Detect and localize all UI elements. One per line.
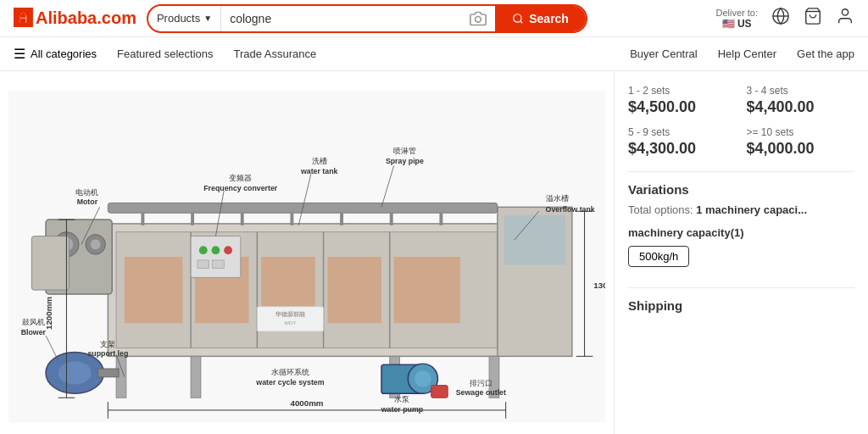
price-amount-0: $4,500.00: [628, 98, 737, 116]
user-icon[interactable]: [836, 7, 854, 30]
all-categories-menu[interactable]: ☰ All categories: [14, 46, 97, 62]
svg-point-0: [476, 16, 481, 22]
nav-item-featured[interactable]: Featured selections: [117, 47, 213, 60]
logo-text: Alibaba.com: [36, 8, 136, 28]
svg-rect-49: [241, 213, 244, 225]
svg-rect-53: [439, 213, 442, 225]
camera-icon[interactable]: [461, 10, 495, 27]
search-button[interactable]: Search: [495, 6, 586, 31]
flag-icon: 🇺🇸: [722, 18, 735, 30]
svg-text:Spray pipe: Spray pipe: [386, 157, 424, 165]
price-range-2: 5 - 9 sets: [628, 126, 737, 138]
svg-point-6: [842, 9, 848, 15]
nav-right: Buyer Central Help Center Get the app: [630, 47, 854, 60]
svg-rect-41: [98, 369, 119, 377]
header-right: Deliver to: 🇺🇸 US: [715, 7, 854, 30]
svg-text:排污口: 排污口: [470, 379, 492, 387]
svg-rect-24: [191, 236, 241, 278]
deliver-country: 🇺🇸 US: [722, 18, 752, 30]
capacity-label: machinery capacity(1): [628, 226, 854, 239]
right-panel: 1 - 2 sets $4,500.00 3 - 4 sets $4,400.0…: [614, 71, 868, 434]
svg-rect-18: [394, 257, 460, 323]
svg-rect-54: [31, 236, 69, 291]
navbar: ☰ All categories Featured selections Tra…: [0, 37, 868, 71]
svg-text:Frequency converter: Frequency converter: [203, 184, 278, 192]
nav-item-buyer-central[interactable]: Buyer Central: [630, 47, 697, 60]
capacity-option[interactable]: 500kg/h: [628, 246, 689, 267]
divider-2: [628, 287, 854, 288]
search-input[interactable]: [221, 6, 461, 31]
svg-rect-36: [191, 356, 201, 398]
svg-text:Motor: Motor: [77, 198, 98, 206]
country-code: US: [737, 18, 752, 30]
total-options: Total options: 1 machinery capaci...: [628, 203, 854, 216]
search-category-label: Products: [157, 12, 200, 25]
deliver-to: Deliver to: 🇺🇸 US: [715, 8, 758, 30]
svg-rect-29: [213, 260, 225, 269]
nav-item-help[interactable]: Help Center: [718, 47, 776, 60]
product-image-area: 华德源前能 WDY: [0, 71, 614, 434]
svg-text:鼓风机: 鼓风机: [22, 318, 45, 326]
main-content: 华德源前能 WDY: [0, 71, 868, 434]
price-range-0: 1 - 2 sets: [628, 85, 737, 97]
svg-text:水泵: 水泵: [394, 395, 409, 403]
chevron-down-icon: ▼: [203, 14, 212, 23]
svg-text:变频器: 变频器: [229, 174, 252, 182]
svg-rect-30: [257, 307, 323, 331]
nav-left: ☰ All categories Featured selections Tra…: [14, 46, 316, 62]
svg-rect-14: [125, 257, 182, 323]
svg-text:喷淋管: 喷淋管: [393, 147, 416, 155]
search-bar: Products ▼ Search: [147, 4, 587, 33]
price-amount-3: $4,000.00: [747, 140, 855, 158]
price-cell-0: 1 - 2 sets $4,500.00: [628, 85, 737, 116]
svg-rect-28: [198, 260, 209, 269]
svg-rect-48: [191, 213, 194, 225]
svg-point-26: [212, 246, 220, 254]
svg-text:Sewage outlet: Sewage outlet: [456, 388, 506, 397]
price-range-3: >= 10 sets: [747, 126, 855, 138]
cart-icon[interactable]: [804, 7, 822, 30]
globe-icon[interactable]: [771, 7, 790, 30]
price-cell-1: 3 - 4 sets $4,400.00: [747, 85, 855, 116]
price-cell-2: 5 - 9 sets $4,300.00: [628, 126, 737, 158]
svg-text:水循环系统: 水循环系统: [271, 368, 309, 376]
svg-point-44: [415, 370, 431, 387]
svg-point-27: [224, 246, 232, 254]
svg-text:Overflow tank: Overflow tank: [546, 205, 595, 214]
total-options-prefix: Total options:: [628, 203, 696, 216]
svg-text:洗槽: 洗槽: [312, 157, 327, 165]
shipping-title: Shipping: [628, 298, 854, 313]
svg-text:支架: 支架: [100, 340, 115, 348]
pricing-grid: 1 - 2 sets $4,500.00 3 - 4 sets $4,400.0…: [628, 85, 854, 158]
svg-text:water tank: water tank: [300, 167, 338, 175]
header: 🅰 Alibaba.com Products ▼ Search Deliver …: [0, 0, 868, 37]
svg-rect-45: [431, 386, 448, 398]
product-diagram: 华德源前能 WDY: [8, 80, 605, 434]
svg-rect-52: [390, 213, 393, 225]
svg-line-2: [520, 20, 523, 23]
svg-point-40: [58, 361, 92, 384]
logo[interactable]: 🅰 Alibaba.com: [14, 8, 136, 30]
svg-text:电动机: 电动机: [75, 188, 98, 197]
svg-text:support leg: support leg: [87, 349, 128, 358]
variations-title: Variations: [628, 182, 854, 197]
hamburger-icon: ☰: [14, 46, 25, 62]
price-cell-3: >= 10 sets $4,000.00: [747, 126, 855, 158]
svg-text:溢水槽: 溢水槽: [546, 194, 569, 203]
svg-point-1: [514, 14, 521, 21]
search-category-dropdown[interactable]: Products ▼: [148, 6, 221, 31]
svg-text:water cycle system: water cycle system: [255, 378, 324, 387]
svg-rect-17: [327, 257, 381, 323]
search-button-label: Search: [529, 12, 569, 25]
svg-text:华德源前能: 华德源前能: [275, 311, 305, 317]
svg-point-25: [199, 246, 208, 254]
svg-text:1200mm: 1200mm: [44, 297, 53, 330]
svg-rect-50: [290, 213, 293, 225]
svg-text:water pump: water pump: [381, 405, 424, 414]
svg-rect-47: [141, 213, 144, 225]
nav-item-trade[interactable]: Trade Assurance: [234, 47, 317, 60]
svg-rect-51: [340, 213, 343, 225]
nav-item-get-app[interactable]: Get the app: [797, 47, 854, 60]
svg-text:Blower: Blower: [21, 328, 47, 337]
logo-icon: 🅰: [14, 8, 32, 30]
